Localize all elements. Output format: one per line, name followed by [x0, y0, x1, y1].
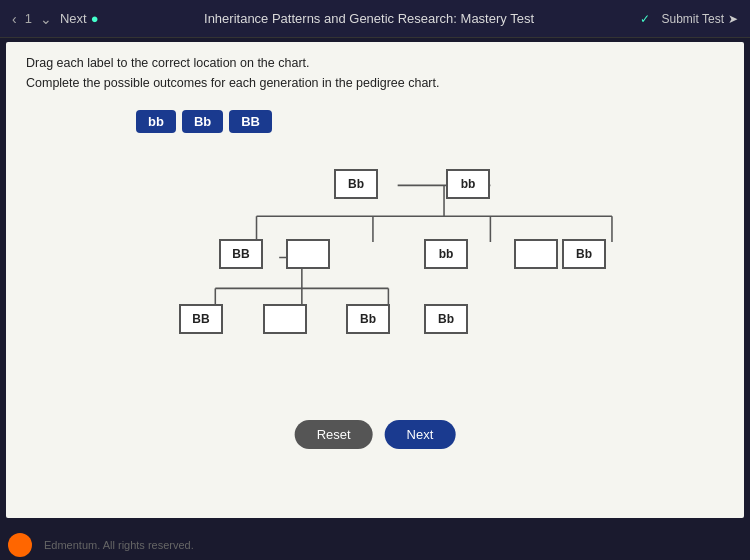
- gen2-bb-box: bb: [424, 239, 468, 269]
- nav-down-icon[interactable]: ⌄: [40, 11, 52, 27]
- page-indicator: 1: [25, 11, 32, 26]
- page-title: Inheritance Patterns and Genetic Researc…: [107, 11, 632, 26]
- gen3-BB-box: BB: [179, 304, 223, 334]
- bottom-buttons: Reset Next: [295, 420, 456, 449]
- label-Bb[interactable]: Bb: [182, 110, 223, 133]
- reset-button[interactable]: Reset: [295, 420, 373, 449]
- gen1-Bb-box: Bb: [334, 169, 378, 199]
- gen3-Bb1-box: Bb: [346, 304, 390, 334]
- submit-check-icon: ✓: [640, 12, 650, 26]
- gen1-bb-box: bb: [446, 169, 490, 199]
- back-arrow-icon[interactable]: ‹: [12, 11, 17, 27]
- footer: Edmentum. All rights reserved.: [0, 530, 750, 560]
- copyright-text: Edmentum. All rights reserved.: [44, 539, 194, 551]
- label-bb[interactable]: bb: [136, 110, 176, 133]
- gen2-BB-box: BB: [219, 239, 263, 269]
- submit-arrow-icon: ➤: [728, 12, 738, 26]
- next-button-top[interactable]: Next ●: [60, 11, 99, 26]
- top-bar: ‹ 1 ⌄ Next ● Inheritance Patterns and Ge…: [0, 0, 750, 38]
- gen2-drop1[interactable]: [286, 239, 330, 269]
- content-area: Drag each label to the correct location …: [6, 42, 744, 518]
- browser-icon: [8, 533, 32, 557]
- next-button[interactable]: Next: [385, 420, 456, 449]
- instruction-line2: Complete the possible outcomes for each …: [26, 76, 724, 90]
- gen2-Bb-box: Bb: [562, 239, 606, 269]
- gen2-drop2[interactable]: [514, 239, 558, 269]
- submit-test-button[interactable]: Submit Test ➤: [662, 12, 738, 26]
- instructions: Drag each label to the correct location …: [6, 42, 744, 102]
- gen3-drop1[interactable]: [263, 304, 307, 334]
- label-BB[interactable]: BB: [229, 110, 272, 133]
- instruction-line1: Drag each label to the correct location …: [26, 56, 724, 70]
- submit-label: Submit Test: [662, 12, 724, 26]
- labels-row: bb Bb BB: [6, 102, 744, 133]
- gen3-Bb2-box: Bb: [424, 304, 468, 334]
- pedigree-chart: Bb bb BB bb Bb BB Bb Bb Reset Next: [6, 139, 744, 479]
- next-arrow-icon: ●: [91, 11, 99, 26]
- next-label-top: Next: [60, 11, 87, 26]
